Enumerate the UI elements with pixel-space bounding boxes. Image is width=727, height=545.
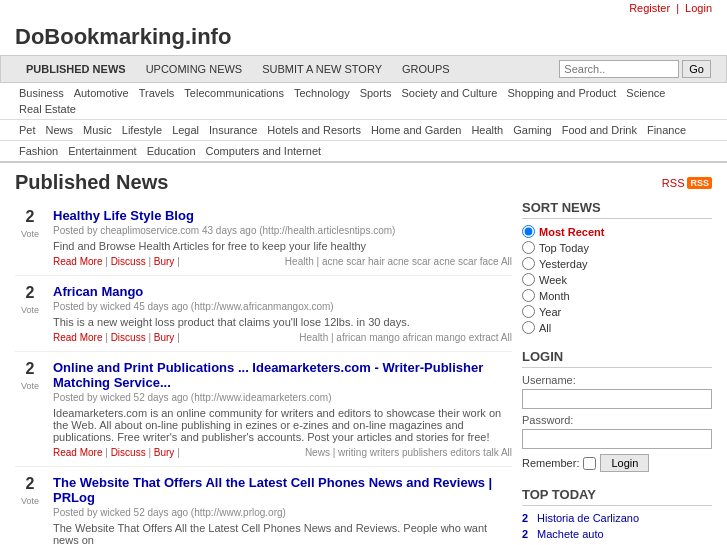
category-link[interactable]: Health xyxy=(467,123,507,137)
category-link[interactable]: Science xyxy=(622,86,669,100)
read-more-link[interactable]: Read More xyxy=(53,332,102,343)
bury-link[interactable]: Bury xyxy=(154,256,175,267)
vote-box: 2 Vote xyxy=(15,208,45,267)
table-row: 2 Vote The Website That Offers All the L… xyxy=(15,467,512,545)
login-link[interactable]: Login xyxy=(685,2,712,14)
sort-option[interactable]: Week xyxy=(522,273,712,286)
category-link[interactable]: Finance xyxy=(643,123,690,137)
sort-option[interactable]: Top Today xyxy=(522,241,712,254)
news-title[interactable]: Online and Print Publications ... Ideama… xyxy=(53,360,483,390)
sort-radio[interactable] xyxy=(522,225,535,238)
nav-upcoming-news[interactable]: UPCOMING NEWS xyxy=(136,60,253,78)
read-more-link[interactable]: Read More xyxy=(53,256,102,267)
remember-row: Remember: Login xyxy=(522,454,712,472)
password-input[interactable] xyxy=(522,429,712,449)
content-column: 2 Vote Healthy Life Style Blog Posted by… xyxy=(15,200,512,545)
auth-separator: | xyxy=(673,2,682,14)
news-title[interactable]: African Mango xyxy=(53,284,143,299)
login-title: LOGIN xyxy=(522,349,712,368)
category-link[interactable]: Music xyxy=(79,123,116,137)
bury-link[interactable]: Bury xyxy=(154,332,175,343)
news-actions: Read More | Discuss | Bury | Health | af… xyxy=(53,332,512,343)
rss-label: RSS xyxy=(662,177,685,189)
sort-option[interactable]: Most Recent xyxy=(522,225,712,238)
sort-option[interactable]: Year xyxy=(522,305,712,318)
page-title: Published News xyxy=(15,171,168,194)
sort-radio[interactable] xyxy=(522,289,535,302)
news-meta: Posted by wicked 52 days ago (http://www… xyxy=(53,507,512,518)
rss-link[interactable]: RSS RSS xyxy=(662,177,712,189)
search-input[interactable] xyxy=(559,60,679,78)
sort-option[interactable]: Yesterday xyxy=(522,257,712,270)
sort-option[interactable]: All xyxy=(522,321,712,334)
table-row: 2 Vote Healthy Life Style Blog Posted by… xyxy=(15,200,512,276)
discuss-link[interactable]: Discuss xyxy=(111,256,146,267)
category-link[interactable]: Telecommunications xyxy=(180,86,288,100)
top-today-list: 2 Historia de Carlizano 2 Machete auto 2… xyxy=(522,512,712,545)
news-title[interactable]: The Website That Offers All the Latest C… xyxy=(53,475,492,505)
sort-news-title: SORT NEWS xyxy=(522,200,712,219)
vote-label: Vote xyxy=(21,305,39,315)
vote-count: 2 xyxy=(15,360,45,378)
sort-option-label: Month xyxy=(539,290,570,302)
category-link[interactable]: Gaming xyxy=(509,123,556,137)
category-link[interactable]: Hotels and Resorts xyxy=(263,123,365,137)
category-link[interactable]: Fashion xyxy=(15,144,62,158)
news-meta: Posted by wicked 52 days ago (http://www… xyxy=(53,392,512,403)
remember-checkbox[interactable] xyxy=(583,457,596,470)
remember-label: Remember: xyxy=(522,457,579,469)
category-link[interactable]: Legal xyxy=(168,123,203,137)
username-input[interactable] xyxy=(522,389,712,409)
sort-radio[interactable] xyxy=(522,241,535,254)
news-desc: The Website That Offers All the Latest C… xyxy=(53,522,512,545)
sort-option-active-link[interactable]: Most Recent xyxy=(539,226,604,238)
category-link[interactable]: Sports xyxy=(356,86,396,100)
login-button[interactable]: Login xyxy=(600,454,649,472)
category-link[interactable]: Technology xyxy=(290,86,354,100)
sort-option-label: Yesterday xyxy=(539,258,588,270)
category-link[interactable]: News xyxy=(42,123,78,137)
top-today-num: 2 xyxy=(522,512,532,524)
top-today-title: TOP TODAY xyxy=(522,487,712,506)
search-button[interactable]: Go xyxy=(682,60,711,78)
sort-option-label: Top Today xyxy=(539,242,589,254)
bury-link[interactable]: Bury xyxy=(154,447,175,458)
category-link[interactable]: Automotive xyxy=(70,86,133,100)
category-link[interactable]: Food and Drink xyxy=(558,123,641,137)
password-label: Password: xyxy=(522,414,712,426)
nav-submit-story[interactable]: SUBMIT A NEW STORY xyxy=(252,60,392,78)
category-link[interactable]: Computers and Internet xyxy=(202,144,326,158)
category-link[interactable]: Pet xyxy=(15,123,40,137)
category-link[interactable]: Insurance xyxy=(205,123,261,137)
news-title[interactable]: Healthy Life Style Blog xyxy=(53,208,194,223)
table-row: 2 Vote Online and Print Publications ...… xyxy=(15,352,512,467)
login-section: LOGIN Username: Password: Remember: Logi… xyxy=(522,349,712,472)
category-link[interactable]: Home and Garden xyxy=(367,123,466,137)
category-link[interactable]: Entertainment xyxy=(64,144,140,158)
category-link[interactable]: Travels xyxy=(135,86,179,100)
site-title[interactable]: DoBookmarking.info xyxy=(15,24,231,49)
nav-published-news[interactable]: PUBLISHED NEWS xyxy=(16,60,136,78)
category-link[interactable]: Business xyxy=(15,86,68,100)
top-today-link[interactable]: Machete auto xyxy=(537,528,604,540)
sort-radio[interactable] xyxy=(522,273,535,286)
top-today-item: 2 Historia de Carlizano xyxy=(522,512,712,524)
sort-radio[interactable] xyxy=(522,257,535,270)
sort-radio[interactable] xyxy=(522,305,535,318)
sort-option[interactable]: Month xyxy=(522,289,712,302)
read-more-link[interactable]: Read More xyxy=(53,447,102,458)
register-link[interactable]: Register xyxy=(629,2,670,14)
category-link[interactable]: Real Estate xyxy=(15,102,80,116)
category-link[interactable]: Shopping and Product xyxy=(503,86,620,100)
top-today-link[interactable]: Historia de Carlizano xyxy=(537,512,639,524)
discuss-link[interactable]: Discuss xyxy=(111,447,146,458)
sort-radio[interactable] xyxy=(522,321,535,334)
nav-groups[interactable]: GROUPS xyxy=(392,60,460,78)
category-link[interactable]: Lifestyle xyxy=(118,123,166,137)
vote-count: 2 xyxy=(15,284,45,302)
category-link[interactable]: Education xyxy=(143,144,200,158)
news-body: Healthy Life Style Blog Posted by cheapl… xyxy=(53,208,512,267)
news-actions: Read More | Discuss | Bury | News | writ… xyxy=(53,447,512,458)
category-link[interactable]: Society and Culture xyxy=(397,86,501,100)
discuss-link[interactable]: Discuss xyxy=(111,332,146,343)
